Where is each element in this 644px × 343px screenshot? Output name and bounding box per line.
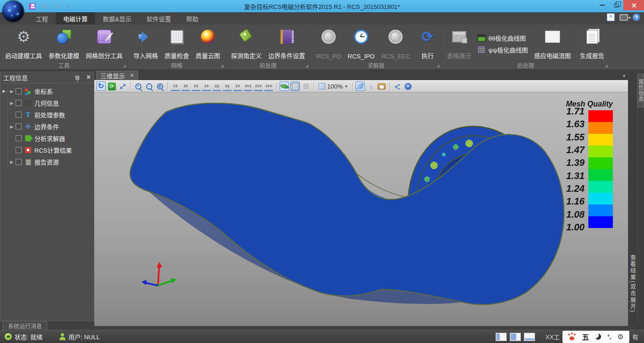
tab-list-caret-icon[interactable]: ▾ — [623, 74, 625, 78]
axis-view-button[interactable]: zxv — [264, 82, 273, 91]
tree-item-checkbox[interactable] — [16, 88, 22, 94]
zoom-in-button[interactable]: + — [133, 82, 143, 91]
clear-view-button[interactable]: ✕ — [404, 82, 413, 91]
layout-left-panel-button[interactable] — [495, 333, 507, 341]
axis-view-button[interactable]: xy — [223, 82, 232, 91]
tab-settings[interactable]: 软件设置 — [139, 12, 179, 24]
tab-close-icon[interactable]: ✕ — [130, 73, 134, 79]
pin-icon[interactable] — [75, 76, 79, 80]
layout-split-button[interactable] — [510, 333, 521, 341]
axis-view-button[interactable]: vxz — [243, 82, 253, 91]
rotate-view-button[interactable]: ↻ — [96, 82, 106, 91]
tab-help[interactable]: 帮助 — [179, 12, 206, 24]
axis-view-button[interactable]: zx — [181, 82, 190, 91]
expand-arrow-icon[interactable]: ▶ — [8, 101, 16, 106]
wireframe-view-button[interactable] — [290, 82, 300, 91]
orbit-button[interactable]: ⟳ — [107, 82, 116, 91]
generate-report-button[interactable]: 生成报告 — [577, 26, 608, 61]
tree-item-checkbox[interactable] — [16, 135, 22, 141]
rcs-eec-button[interactable]: RCS_EEC — [378, 26, 413, 61]
axis-view-button[interactable]: zvx — [254, 82, 263, 91]
boundary-condition-settings-button[interactable]: 边界条件设置 — [265, 26, 308, 61]
zoom-out-button[interactable]: − — [144, 82, 154, 91]
select-face-button[interactable] — [355, 82, 365, 91]
redo-icon[interactable]: ↷ — [55, 3, 61, 10]
snapshot-button[interactable] — [377, 82, 387, 91]
tree-item-boundary-conditions[interactable]: ▶ ✜ 边界条件 — [0, 121, 94, 132]
tree-item-report-resources[interactable]: ▶ 报告资源 — [0, 156, 94, 168]
pan-button[interactable]: ⤢ — [118, 82, 127, 91]
opacity-icon — [319, 83, 325, 90]
expand-arrow-icon[interactable]: ▶ — [8, 124, 16, 129]
shaded-view-button[interactable] — [280, 82, 289, 91]
launch-modeling-tool-button[interactable]: ⚙ 启动建模工具 — [2, 26, 45, 61]
probe-angle-button[interactable]: 探测角定义 — [228, 26, 265, 61]
tree-item-checkbox[interactable] — [16, 147, 22, 153]
tree-item-coordinate-system[interactable]: ▶ ▶ 坐标系 — [0, 85, 94, 97]
expand-arrow-icon[interactable]: ▶ — [8, 89, 16, 94]
quick-access-caret-icon[interactable]: ▾ — [67, 4, 69, 8]
import-view-button[interactable]: ↓ — [366, 82, 376, 91]
opacity-control[interactable]: 100% ▾ — [317, 83, 349, 90]
tree-item-preprocess-params[interactable]: T 前处理参数 — [0, 109, 94, 121]
tree-item-rcs-results[interactable]: RCS计算结果 — [0, 144, 94, 156]
viewport-3d[interactable]: Mesh Quality 1.711.631.551.471.391.311.2… — [94, 92, 628, 326]
induced-current-map-button[interactable]: 感应电磁流图 — [531, 26, 574, 61]
axis-view-button[interactable]: zx — [233, 82, 242, 91]
psi-polarization-curve-button[interactable]: ψψ极化曲线图 — [478, 45, 528, 54]
share-button[interactable]: ＜ — [393, 82, 402, 91]
table-display-button[interactable]: 表格展示 — [444, 26, 475, 61]
system-messages-tab[interactable]: 系统运行消息 — [3, 321, 47, 330]
view-results-strip[interactable]: 查看结果(双击展开) — [628, 96, 637, 325]
tree-item-checkbox[interactable] — [16, 112, 22, 118]
undo-icon[interactable]: ↶ — [42, 3, 48, 10]
axis-view-button[interactable]: xz — [191, 82, 201, 91]
ime-moon-icon[interactable] — [595, 334, 601, 340]
parametric-modeling-button[interactable]: 参数化建模 — [45, 26, 83, 61]
panel-close-icon[interactable] — [86, 75, 91, 80]
tree-item-geometry-info[interactable]: ▶ 几何信息 — [0, 97, 94, 109]
gutter-arrow-icon[interactable]: ▶ — [0, 85, 8, 97]
app-logo-icon[interactable] — [3, 1, 24, 22]
group-expand-icon[interactable] — [605, 65, 608, 67]
group-expand-icon[interactable] — [437, 65, 439, 67]
theta-polarization-curve-button[interactable]: θθ极化曲线图 — [478, 33, 528, 42]
mesh-partition-tool-button[interactable]: 网格剖分工具 — [83, 26, 126, 61]
rcs-po-button[interactable]: RCS_PO — [313, 26, 344, 61]
ime-settings-gear-icon[interactable]: ⚙ — [618, 333, 624, 340]
layout-bottom-panel-button[interactable] — [524, 333, 535, 341]
quality-check-button[interactable]: 质量检查 — [161, 26, 192, 61]
tab-3d-display[interactable]: 三维显示 ✕ — [96, 71, 138, 80]
ime-punctuation-icon[interactable]: °, — [607, 334, 611, 340]
tree-item-checkbox[interactable] — [16, 159, 22, 165]
import-mesh-button[interactable]: 导入网格 — [130, 26, 161, 61]
save-icon[interactable] — [29, 3, 35, 9]
property-info-tab[interactable]: 属性信息 — [637, 74, 644, 107]
tree-item-analysis-solver[interactable]: 分析求解器 — [0, 132, 94, 144]
close-button[interactable] — [623, 0, 644, 10]
tree-item-checkbox[interactable] — [16, 100, 22, 106]
group-expand-icon[interactable] — [123, 65, 126, 67]
quality-cloud-button[interactable]: 质量云图 — [192, 26, 223, 61]
expand-arrow-icon[interactable]: ▶ — [8, 160, 16, 164]
tree-item-checkbox[interactable] — [16, 123, 22, 130]
axis-view-button[interactable]: zy — [212, 82, 222, 91]
axis-view-button[interactable]: xz — [171, 82, 180, 91]
group-expand-icon[interactable] — [305, 65, 308, 67]
execute-button[interactable]: ⟳ 执行 — [416, 26, 439, 61]
ime-paw-icon[interactable] — [568, 334, 576, 340]
rcs-ipo-button[interactable]: RCS_IPO — [345, 26, 378, 61]
tab-project[interactable]: 工程 — [28, 12, 56, 24]
restore-button[interactable] — [609, 0, 623, 10]
ime-mode-char[interactable]: 五 — [582, 332, 589, 342]
group-expand-icon[interactable] — [221, 65, 223, 67]
collapse-ribbon-icon[interactable]: ^ — [607, 13, 615, 21]
tab-em-compute[interactable]: 电磁计算 — [56, 12, 95, 24]
points-view-button[interactable] — [301, 82, 311, 91]
zoom-fit-button[interactable]: ⊕ — [155, 82, 165, 91]
minimize-button[interactable] — [595, 0, 609, 10]
display-device-icon[interactable] — [619, 14, 628, 21]
axis-view-button[interactable]: zx — [202, 82, 211, 91]
tab-data-display[interactable]: 数据&显示 — [95, 12, 139, 24]
help-icon[interactable]: ? — [633, 14, 640, 21]
